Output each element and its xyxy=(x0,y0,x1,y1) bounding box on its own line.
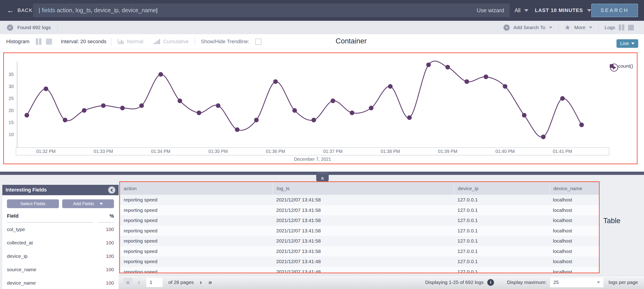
field-name: col_type xyxy=(7,227,98,232)
more-menu[interactable]: More xyxy=(574,25,586,30)
table-cell: 127.0.0.1 xyxy=(454,197,549,203)
field-row[interactable]: device_ip100 xyxy=(7,250,114,263)
column-header-action[interactable]: action xyxy=(120,182,272,195)
table-cell: 2021/12/07 13:41:48 xyxy=(272,269,454,273)
table-cell: reporting speed xyxy=(120,228,272,234)
table-cell: reporting speed xyxy=(120,249,272,254)
select-fields-button[interactable]: Select Fields xyxy=(7,199,59,208)
table-row[interactable]: reporting speed2021/12/07 13:41:58127.0.… xyxy=(120,236,599,246)
first-page-button[interactable]: « xyxy=(123,278,132,287)
table-cell: reporting speed xyxy=(120,269,272,273)
previous-page-button[interactable]: ‹ xyxy=(138,279,140,286)
found-logs-status: ✓ Found 692 logs xyxy=(7,24,60,31)
histogram-label: Histogram xyxy=(6,38,29,44)
table-row[interactable]: reporting speed2021/12/07 13:41:58127.0.… xyxy=(120,215,599,226)
table-cell: 127.0.0.1 xyxy=(454,208,549,213)
split-view-icon[interactable] xyxy=(36,38,42,45)
scope-dropdown[interactable]: All xyxy=(514,0,528,21)
svg-text:01:37 PM: 01:37 PM xyxy=(323,149,342,154)
field-row[interactable]: collected_at100 xyxy=(7,236,114,250)
trendline-checkbox[interactable] xyxy=(255,38,262,45)
column-header-device-name[interactable]: device_name xyxy=(549,182,599,195)
field-row[interactable]: device_name100 xyxy=(7,276,114,289)
split-view-icon[interactable] xyxy=(619,24,624,30)
chevron-down-icon xyxy=(589,26,592,29)
column-header-log-ts[interactable]: log_ts xyxy=(272,182,454,195)
trendline-label: Show/Hide Trendline: xyxy=(201,38,249,44)
search-query-input[interactable]: | fields action, log_ts, device_ip, devi… xyxy=(33,3,510,17)
svg-text:10: 10 xyxy=(8,132,14,137)
field-name: device_name xyxy=(7,280,98,286)
table-row[interactable]: reporting speed2021/12/07 13:41:58127.0.… xyxy=(120,205,599,216)
collapse-panel-button[interactable] xyxy=(108,186,115,194)
table-cell: 127.0.0.1 xyxy=(454,259,549,264)
table-cell: localhost xyxy=(549,249,599,254)
time-range-dropdown[interactable]: LAST 10 MINUTES xyxy=(535,0,591,21)
field-percent: 100 xyxy=(98,267,114,272)
fields-panel-header: Interesting Fields xyxy=(2,185,118,195)
table-cell: 2021/12/07 13:41:58 xyxy=(272,218,454,223)
add-fields-dropdown[interactable]: Add Fields xyxy=(62,199,114,208)
divider xyxy=(558,24,558,31)
line-chart[interactable]: 10152025303501:32 PM01:33 PM01:34 PM01:3… xyxy=(4,53,637,164)
table-row[interactable]: reporting speed2021/12/07 13:41:58127.0.… xyxy=(120,195,599,205)
chart-type-value: Line xyxy=(620,41,629,46)
table-row[interactable]: reporting speed2021/12/07 13:41:48127.0.… xyxy=(120,257,599,267)
top-bar: ← BACK | fields action, log_ts, device_i… xyxy=(0,0,644,21)
display-maximum-select[interactable]: 25 xyxy=(550,277,604,288)
full-view-icon[interactable] xyxy=(46,38,52,44)
plus-circle-icon: + xyxy=(504,24,510,31)
status-bar: ✓ Found 692 logs + Add Search To ★ More … xyxy=(0,21,644,34)
query-text: | fields action, log_ts, device_ip, devi… xyxy=(38,7,158,14)
table-cell: 2021/12/07 13:41:58 xyxy=(272,197,454,203)
cumulative-mode-button[interactable]: Cumulative xyxy=(163,38,188,44)
field-row[interactable]: source_name100 xyxy=(7,263,114,276)
table-annotation: Table xyxy=(603,217,620,225)
divider xyxy=(112,38,112,45)
chevron-down-icon xyxy=(524,9,528,12)
field-name: source_name xyxy=(7,267,98,272)
field-percent: 100 xyxy=(98,240,114,246)
search-button[interactable]: SEARCH xyxy=(591,4,638,17)
table-row[interactable]: reporting speed2021/12/07 13:41:58127.0.… xyxy=(120,226,599,236)
table-cell: localhost xyxy=(549,208,599,213)
svg-text:01:33 PM: 01:33 PM xyxy=(94,149,113,154)
divider xyxy=(598,24,598,31)
table-row[interactable]: reporting speed2021/12/07 13:41:48127.0.… xyxy=(120,267,599,274)
chevron-left-icon xyxy=(110,188,114,192)
logs-per-page-label: logs per page xyxy=(609,280,638,285)
table-cell: 2021/12/07 13:41:48 xyxy=(272,259,454,264)
table-row[interactable]: reporting speed2021/12/07 13:41:58127.0.… xyxy=(120,246,599,257)
table-cell: 2021/12/07 13:41:58 xyxy=(272,238,454,244)
field-name: collected_at xyxy=(7,240,98,246)
histogram-chart-container: 10152025303501:32 PM01:33 PM01:34 PM01:3… xyxy=(3,52,638,164)
divider-grip xyxy=(316,173,329,173)
field-row[interactable]: col_type100 xyxy=(7,223,114,236)
chart-type-dropdown[interactable]: Line xyxy=(616,39,638,48)
normal-bars-icon xyxy=(117,38,125,45)
svg-text:01:40 PM: 01:40 PM xyxy=(495,149,514,154)
chevron-down-icon xyxy=(597,281,600,284)
add-search-to-menu[interactable]: Add Search To xyxy=(514,25,545,30)
time-range-value: LAST 10 MINUTES xyxy=(535,7,583,13)
column-header-device-ip[interactable]: device_ip xyxy=(454,182,549,195)
table-cell: reporting speed xyxy=(120,218,272,223)
pages-total-text: of 28 pages xyxy=(168,280,194,285)
page-number-input[interactable]: 1 xyxy=(146,278,163,287)
use-wizard-link[interactable]: Use wizard xyxy=(477,7,504,14)
play-icon[interactable] xyxy=(610,63,618,72)
collapse-histogram-tab[interactable] xyxy=(316,175,329,182)
table-cell: reporting speed xyxy=(120,259,272,264)
chart-legend: count() xyxy=(610,63,633,69)
next-page-button[interactable]: › xyxy=(200,279,202,286)
last-page-button[interactable]: » xyxy=(208,279,212,286)
split-divider[interactable] xyxy=(0,172,644,175)
full-view-icon[interactable] xyxy=(628,25,634,30)
normal-mode-button[interactable]: Normal xyxy=(127,38,143,44)
svg-text:01:41 PM: 01:41 PM xyxy=(553,149,572,154)
table-cell: 2021/12/07 13:41:58 xyxy=(272,208,454,213)
info-icon[interactable]: i xyxy=(487,279,494,286)
table-cell: 127.0.0.1 xyxy=(454,238,549,244)
svg-text:15: 15 xyxy=(8,120,14,125)
back-button[interactable]: ← BACK xyxy=(7,0,32,21)
